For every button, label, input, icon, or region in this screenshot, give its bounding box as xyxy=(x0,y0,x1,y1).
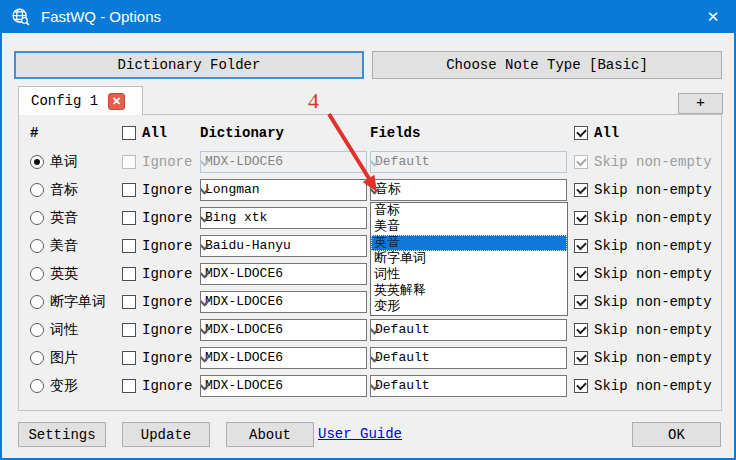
row-radio[interactable] xyxy=(30,155,44,169)
ignore-label: Ignore xyxy=(142,179,192,201)
table-row: 图片IgnoreMDX-LDOCE6DefaultSkip non-empty xyxy=(2,347,736,369)
window-title: FastWQ - Options xyxy=(41,8,690,25)
update-button[interactable]: Update xyxy=(122,422,210,447)
skip-non-empty-checkbox[interactable] xyxy=(574,267,588,281)
row-radio[interactable] xyxy=(30,211,44,225)
header-hash: # xyxy=(30,122,38,144)
row-label: 变形 xyxy=(50,375,78,397)
dictionary-select[interactable]: MDX-LDOCE6 xyxy=(200,375,367,397)
chevron-down-icon xyxy=(200,325,209,335)
ignore-checkbox[interactable] xyxy=(122,239,136,253)
dropdown-item[interactable]: 美音 xyxy=(371,219,567,235)
ignore-checkbox xyxy=(122,155,136,169)
ignore-checkbox[interactable] xyxy=(122,379,136,393)
tab-config-1[interactable]: Config 1 ✕ xyxy=(18,86,143,115)
ignore-checkbox[interactable] xyxy=(122,323,136,337)
table-row: 变形IgnoreMDX-LDOCE6DefaultSkip non-empty xyxy=(2,375,736,397)
fields-dropdown-list: 音标美音英音断字单词词性英英解释变形 xyxy=(370,202,568,316)
ignore-label: Ignore xyxy=(142,207,192,229)
row-label: 单词 xyxy=(50,151,78,173)
skip-non-empty-checkbox[interactable] xyxy=(574,211,588,225)
skip-non-empty-checkbox[interactable] xyxy=(574,239,588,253)
window-close-button[interactable]: ✕ xyxy=(690,0,736,33)
row-label: 词性 xyxy=(50,319,78,341)
dictionary-select[interactable]: MDX-LDOCE6 xyxy=(200,347,367,369)
header-dictionary: Dictionary xyxy=(200,122,284,144)
fields-select[interactable]: Default xyxy=(370,375,567,397)
dictionary-select[interactable]: MDX-LDOCE6 xyxy=(200,263,367,285)
about-button[interactable]: About xyxy=(226,422,314,447)
table-row: 英英IgnoreMDX-LDOCE6DefaultSkip non-empty xyxy=(2,263,736,285)
dropdown-item[interactable]: 断字单词 xyxy=(371,251,567,267)
skip-non-empty-checkbox xyxy=(574,155,588,169)
fields-select[interactable]: 音标 xyxy=(370,179,567,201)
skip-non-empty-label: Skip non-empty xyxy=(594,291,712,313)
row-label: 音标 xyxy=(50,179,78,201)
ignore-checkbox[interactable] xyxy=(122,295,136,309)
skip-non-empty-checkbox[interactable] xyxy=(574,351,588,365)
add-tab-button[interactable]: + xyxy=(678,93,723,114)
ignore-label: Ignore xyxy=(142,263,192,285)
ignore-label: Ignore xyxy=(142,291,192,313)
fields-select[interactable]: Default xyxy=(370,347,567,369)
row-label: 断字单词 xyxy=(50,291,106,313)
header-all-left-label: All xyxy=(142,122,167,144)
ignore-label: Ignore xyxy=(142,235,192,257)
table-row: 美音IgnoreBaidu-HanyuDefaultSkip non-empty xyxy=(2,235,736,257)
ok-button[interactable]: OK xyxy=(632,422,721,447)
skip-non-empty-checkbox[interactable] xyxy=(574,323,588,337)
ignore-checkbox[interactable] xyxy=(122,267,136,281)
chevron-down-icon xyxy=(370,353,379,363)
chevron-down-icon xyxy=(200,213,209,223)
chevron-down-icon xyxy=(370,325,379,335)
dropdown-item[interactable]: 音标 xyxy=(371,203,567,219)
row-label: 美音 xyxy=(50,235,78,257)
dictionary-select[interactable]: Baidu-Hanyu xyxy=(200,235,367,257)
table-row: 断字单词IgnoreMDX-LDOCE6DefaultSkip non-empt… xyxy=(2,291,736,313)
annotation-arrow xyxy=(302,87,392,202)
ignore-checkbox[interactable] xyxy=(122,351,136,365)
chevron-down-icon xyxy=(200,157,209,167)
chevron-down-icon xyxy=(200,353,209,363)
header-all-left-checkbox[interactable] xyxy=(122,126,136,140)
dropdown-item[interactable]: 词性 xyxy=(371,267,567,283)
chevron-down-icon xyxy=(200,297,209,307)
header-all-right-checkbox[interactable] xyxy=(574,126,588,140)
dropdown-item[interactable]: 英英解释 xyxy=(371,283,567,299)
ignore-checkbox[interactable] xyxy=(122,183,136,197)
dropdown-item[interactable]: 变形 xyxy=(371,299,567,315)
skip-non-empty-checkbox[interactable] xyxy=(574,295,588,309)
skip-non-empty-checkbox[interactable] xyxy=(574,183,588,197)
row-radio[interactable] xyxy=(30,323,44,337)
skip-non-empty-label: Skip non-empty xyxy=(594,235,712,257)
row-radio[interactable] xyxy=(30,379,44,393)
chevron-down-icon xyxy=(200,241,209,251)
dropdown-item[interactable]: 英音 xyxy=(371,235,567,251)
row-radio[interactable] xyxy=(30,295,44,309)
skip-non-empty-label: Skip non-empty xyxy=(594,319,712,341)
skip-non-empty-label: Skip non-empty xyxy=(594,263,712,285)
dictionary-folder-button[interactable]: Dictionary Folder xyxy=(14,51,364,79)
skip-non-empty-label: Skip non-empty xyxy=(594,347,712,369)
fields-select[interactable]: Default xyxy=(370,319,567,341)
row-radio[interactable] xyxy=(30,351,44,365)
tab-close-icon[interactable]: ✕ xyxy=(108,93,125,110)
skip-non-empty-label: Skip non-empty xyxy=(594,375,712,397)
tab-label: Config 1 xyxy=(31,93,98,109)
dictionary-select[interactable]: Bing xtk xyxy=(200,207,367,229)
row-label: 英英 xyxy=(50,263,78,285)
dictionary-select[interactable]: MDX-LDOCE6 xyxy=(200,291,367,313)
skip-non-empty-checkbox[interactable] xyxy=(574,379,588,393)
chevron-down-icon xyxy=(200,381,209,391)
ignore-label: Ignore xyxy=(142,347,192,369)
ignore-label: Ignore xyxy=(142,151,192,173)
row-radio[interactable] xyxy=(30,267,44,281)
user-guide-link[interactable]: User Guide xyxy=(318,422,402,447)
ignore-checkbox[interactable] xyxy=(122,211,136,225)
table-row: 英音IgnoreBing xtkDefaultSkip non-empty xyxy=(2,207,736,229)
row-radio[interactable] xyxy=(30,239,44,253)
choose-note-type-button[interactable]: Choose Note Type [Basic] xyxy=(372,51,722,79)
dictionary-select[interactable]: MDX-LDOCE6 xyxy=(200,319,367,341)
settings-button[interactable]: Settings xyxy=(18,422,106,447)
row-radio[interactable] xyxy=(30,183,44,197)
